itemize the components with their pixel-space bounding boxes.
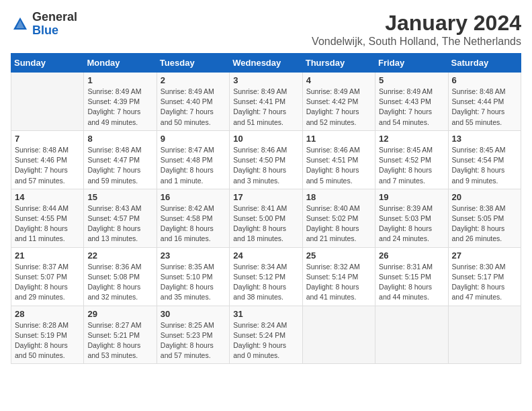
day-number: 21 xyxy=(15,250,80,261)
day-info: Sunrise: 8:46 AMSunset: 4:51 PMDaylight:… xyxy=(306,145,371,186)
day-number: 16 xyxy=(161,192,226,202)
day-number: 27 xyxy=(452,250,517,261)
day-number: 1 xyxy=(87,75,152,85)
day-info: Sunrise: 8:45 AMSunset: 4:54 PMDaylight:… xyxy=(452,145,517,186)
day-info: Sunrise: 8:32 AMSunset: 5:14 PMDaylight:… xyxy=(306,262,371,303)
day-info: Sunrise: 8:35 AMSunset: 5:10 PMDaylight:… xyxy=(161,262,226,303)
day-info: Sunrise: 8:25 AMSunset: 5:23 PMDaylight:… xyxy=(161,320,226,361)
day-info: Sunrise: 8:42 AMSunset: 4:58 PMDaylight:… xyxy=(161,203,226,244)
day-info: Sunrise: 8:40 AMSunset: 5:02 PMDaylight:… xyxy=(306,203,371,244)
calendar-cell: 6Sunrise: 8:48 AMSunset: 4:44 PMDaylight… xyxy=(448,73,521,131)
day-info: Sunrise: 8:31 AMSunset: 5:15 PMDaylight:… xyxy=(379,262,444,303)
calendar-cell: 27Sunrise: 8:30 AMSunset: 5:17 PMDayligh… xyxy=(448,247,521,306)
day-number: 31 xyxy=(233,309,298,319)
day-info: Sunrise: 8:46 AMSunset: 4:50 PMDaylight:… xyxy=(233,145,298,186)
day-number: 15 xyxy=(87,192,152,202)
header-saturday: Saturday xyxy=(448,54,521,73)
day-info: Sunrise: 8:27 AMSunset: 5:21 PMDaylight:… xyxy=(87,320,152,361)
calendar-cell: 28Sunrise: 8:28 AMSunset: 5:19 PMDayligh… xyxy=(11,306,84,364)
header-friday: Friday xyxy=(375,54,448,73)
day-info: Sunrise: 8:39 AMSunset: 5:03 PMDaylight:… xyxy=(379,203,444,244)
day-info: Sunrise: 8:30 AMSunset: 5:17 PMDaylight:… xyxy=(452,262,517,303)
day-number: 5 xyxy=(379,75,444,85)
logo-general: General xyxy=(32,11,77,24)
day-info: Sunrise: 8:36 AMSunset: 5:08 PMDaylight:… xyxy=(87,262,152,303)
day-number: 26 xyxy=(379,250,444,261)
week-row-3: 14Sunrise: 8:44 AMSunset: 4:55 PMDayligh… xyxy=(11,189,521,247)
page-header: General Blue January 2024 Vondelwijk, So… xyxy=(11,11,521,48)
week-row-5: 28Sunrise: 8:28 AMSunset: 5:19 PMDayligh… xyxy=(11,306,521,364)
header-tuesday: Tuesday xyxy=(157,54,229,73)
day-number: 18 xyxy=(306,192,371,202)
day-number: 7 xyxy=(15,134,80,144)
day-info: Sunrise: 8:48 AMSunset: 4:44 PMDaylight:… xyxy=(452,87,517,128)
calendar-cell: 29Sunrise: 8:27 AMSunset: 5:21 PMDayligh… xyxy=(84,306,157,364)
calendar-cell: 12Sunrise: 8:45 AMSunset: 4:52 PMDayligh… xyxy=(375,130,448,189)
calendar-cell: 1Sunrise: 8:49 AMSunset: 4:39 PMDaylight… xyxy=(84,73,157,131)
day-number: 25 xyxy=(306,250,371,261)
logo-blue: Blue xyxy=(32,24,77,38)
location-title: Vondelwijk, South Holland, The Netherlan… xyxy=(312,36,521,48)
header-wednesday: Wednesday xyxy=(230,54,302,73)
calendar-cell: 7Sunrise: 8:48 AMSunset: 4:46 PMDaylight… xyxy=(11,130,84,189)
calendar-cell: 11Sunrise: 8:46 AMSunset: 4:51 PMDayligh… xyxy=(302,130,375,189)
title-section: January 2024 Vondelwijk, South Holland, … xyxy=(312,11,521,48)
calendar-cell: 4Sunrise: 8:49 AMSunset: 4:42 PMDaylight… xyxy=(302,73,375,131)
day-number: 10 xyxy=(233,134,298,144)
calendar-cell: 14Sunrise: 8:44 AMSunset: 4:55 PMDayligh… xyxy=(11,189,84,247)
calendar-cell: 16Sunrise: 8:42 AMSunset: 4:58 PMDayligh… xyxy=(157,189,229,247)
day-info: Sunrise: 8:49 AMSunset: 4:43 PMDaylight:… xyxy=(379,87,444,128)
calendar-table: SundayMondayTuesdayWednesdayThursdayFrid… xyxy=(11,53,521,364)
header-sunday: Sunday xyxy=(11,54,84,73)
day-number: 17 xyxy=(233,192,298,202)
day-number: 8 xyxy=(87,134,152,144)
calendar-cell: 24Sunrise: 8:34 AMSunset: 5:12 PMDayligh… xyxy=(230,247,302,306)
header-row: SundayMondayTuesdayWednesdayThursdayFrid… xyxy=(11,54,521,73)
day-number: 20 xyxy=(452,192,517,202)
calendar-cell: 30Sunrise: 8:25 AMSunset: 5:23 PMDayligh… xyxy=(157,306,229,364)
day-info: Sunrise: 8:41 AMSunset: 5:00 PMDaylight:… xyxy=(233,203,298,244)
day-number: 14 xyxy=(15,192,80,202)
day-number: 3 xyxy=(233,75,298,85)
day-info: Sunrise: 8:49 AMSunset: 4:39 PMDaylight:… xyxy=(87,87,152,128)
calendar-cell: 2Sunrise: 8:49 AMSunset: 4:40 PMDaylight… xyxy=(157,73,229,131)
day-number: 12 xyxy=(379,134,444,144)
header-thursday: Thursday xyxy=(302,54,375,73)
day-info: Sunrise: 8:48 AMSunset: 4:46 PMDaylight:… xyxy=(15,145,80,186)
calendar-cell: 13Sunrise: 8:45 AMSunset: 4:54 PMDayligh… xyxy=(448,130,521,189)
day-info: Sunrise: 8:24 AMSunset: 5:24 PMDaylight:… xyxy=(233,320,298,361)
logo-icon xyxy=(11,15,30,34)
calendar-cell: 31Sunrise: 8:24 AMSunset: 5:24 PMDayligh… xyxy=(230,306,302,364)
calendar-cell: 15Sunrise: 8:43 AMSunset: 4:57 PMDayligh… xyxy=(84,189,157,247)
day-number: 23 xyxy=(161,250,226,261)
calendar-cell xyxy=(302,306,375,364)
day-number: 9 xyxy=(161,134,226,144)
day-number: 13 xyxy=(452,134,517,144)
logo-text: General Blue xyxy=(32,11,77,38)
week-row-4: 21Sunrise: 8:37 AMSunset: 5:07 PMDayligh… xyxy=(11,247,521,306)
month-title: January 2024 xyxy=(312,11,521,36)
week-row-2: 7Sunrise: 8:48 AMSunset: 4:46 PMDaylight… xyxy=(11,130,521,189)
calendar-cell: 9Sunrise: 8:47 AMSunset: 4:48 PMDaylight… xyxy=(157,130,229,189)
calendar-cell xyxy=(375,306,448,364)
calendar-cell: 8Sunrise: 8:48 AMSunset: 4:47 PMDaylight… xyxy=(84,130,157,189)
logo: General Blue xyxy=(11,11,77,38)
day-info: Sunrise: 8:37 AMSunset: 5:07 PMDaylight:… xyxy=(15,262,80,303)
day-number: 4 xyxy=(306,75,371,85)
day-info: Sunrise: 8:44 AMSunset: 4:55 PMDaylight:… xyxy=(15,203,80,244)
calendar-cell: 19Sunrise: 8:39 AMSunset: 5:03 PMDayligh… xyxy=(375,189,448,247)
day-info: Sunrise: 8:49 AMSunset: 4:42 PMDaylight:… xyxy=(306,87,371,128)
day-info: Sunrise: 8:43 AMSunset: 4:57 PMDaylight:… xyxy=(87,203,152,244)
calendar-cell: 20Sunrise: 8:38 AMSunset: 5:05 PMDayligh… xyxy=(448,189,521,247)
calendar-cell: 25Sunrise: 8:32 AMSunset: 5:14 PMDayligh… xyxy=(302,247,375,306)
calendar-cell: 5Sunrise: 8:49 AMSunset: 4:43 PMDaylight… xyxy=(375,73,448,131)
calendar-cell: 21Sunrise: 8:37 AMSunset: 5:07 PMDayligh… xyxy=(11,247,84,306)
week-row-1: 1Sunrise: 8:49 AMSunset: 4:39 PMDaylight… xyxy=(11,73,521,131)
calendar-cell: 23Sunrise: 8:35 AMSunset: 5:10 PMDayligh… xyxy=(157,247,229,306)
day-info: Sunrise: 8:49 AMSunset: 4:41 PMDaylight:… xyxy=(233,87,298,128)
day-info: Sunrise: 8:49 AMSunset: 4:40 PMDaylight:… xyxy=(161,87,226,128)
day-number: 2 xyxy=(161,75,226,85)
calendar-cell: 18Sunrise: 8:40 AMSunset: 5:02 PMDayligh… xyxy=(302,189,375,247)
calendar-cell: 26Sunrise: 8:31 AMSunset: 5:15 PMDayligh… xyxy=(375,247,448,306)
header-monday: Monday xyxy=(84,54,157,73)
